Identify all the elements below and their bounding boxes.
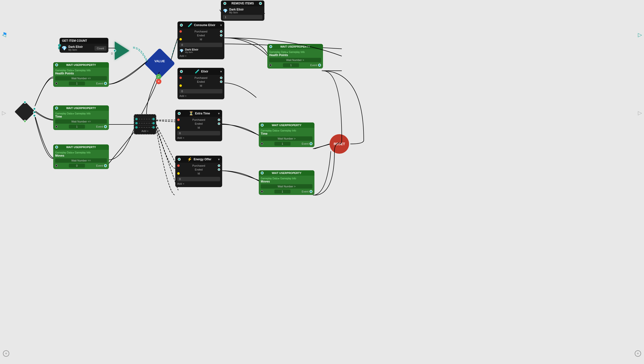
wait-up-1-node: WAIT USERPROPERTY Gameplay Data ▸ Gamepl… [267,44,323,68]
zoom-add-left[interactable]: + [3,350,9,357]
get-item-port-left [58,44,61,47]
consume-elixir-header: 🧪 Consume Elixir ▾ [178,22,224,28]
wait-left-2-title: WAIT USERPROPERTY [66,106,96,110]
flag-icon: ⚑ [3,31,7,38]
middle-connector-node: Add + [134,114,156,134]
wait-left-1-port-in [55,64,58,66]
extra-time-purchased-label: Purchased [192,118,205,121]
remove-items-header: REMOVE ITEMS [221,0,264,6]
wait-up-2-breadcrumb: Gameplay Data ▸ Gameplay Info [261,129,312,132]
reset-label: RESET [334,142,345,146]
wait-up-2-value-field: 1 [274,142,291,146]
diamond-port-bottom: + [24,120,26,123]
extra-time-add[interactable]: Add + [177,136,220,139]
zoom-add-right[interactable]: + [635,350,641,357]
wait-up-3-event-label: Event [302,190,309,193]
wait-left-1-prop: Health Points [55,72,107,75]
consume-elixir-item-icon: 💎 [179,49,184,53]
value-label: VALUE [148,59,172,63]
wait-left-1-title: WAIT USERPROPERTY [66,64,96,66]
energy-offer-title: Energy Offer [194,158,211,161]
extra-time-icon: ⏳ [189,111,194,116]
energy-offer-purchased-row: Purchased [175,164,222,168]
wait-up-1-prop: Health Points [269,54,321,57]
energy-offer-id-label: Id [198,172,200,175]
energy-offer-add[interactable]: Add + [177,182,220,185]
wait-up-1-breadcrumb: Gameplay Data ▸ Gameplay Info [269,51,321,54]
remove-items-icon: 💎 [223,8,228,13]
value-diamond-node: VALUE ✓ ✕ [148,52,172,77]
extra-time-expand[interactable]: ▾ [218,112,220,116]
wait-up-2-prop: Time [261,132,312,136]
consume-elixir-purchased-port [220,30,222,33]
consume-elixir-item-label: Dark Elixir [185,48,198,51]
get-item-count-title: GET ITEM COUNT [62,39,87,42]
extra-time-value-field: 0 [177,131,220,136]
diamond-port-top [24,101,26,104]
energy-offer-node: ⚡ Energy Offer ▾ Purchased Ended Id 0 Ad… [175,156,222,187]
dark-elixir-icon: 💎 [62,46,67,51]
remove-items-value-field: 1 [223,15,262,19]
connector-add[interactable]: Add + [135,130,155,132]
consume-elixir-id-label: Id [200,38,202,41]
wait-left-1-value-field: 1 [69,82,85,86]
wait-up-3-prop: Moves [261,180,312,183]
extra-time-purchased-row: Purchased [175,118,222,122]
elixir-ended-row: Ended [178,80,224,84]
connector-port-in-3 [135,125,155,128]
elixir-ended-port [220,80,222,83]
elixir-add[interactable]: Add + [179,94,222,97]
energy-offer-expand[interactable]: ▾ [218,157,220,161]
energy-offer-ended-label: Ended [195,168,203,171]
energy-offer-icon: ⚡ [187,157,192,162]
energy-offer-header: ⚡ Energy Offer ▾ [175,156,222,163]
wait-up-3-title: WAIT USERPROPERTY [272,172,302,174]
wait-up-1-title: WAIT USERPROPERTY [280,45,310,48]
extra-time-ended-label: Ended [195,122,203,125]
consume-elixir-icon: 🧪 [188,23,193,27]
remove-items-sub: My Item [229,11,244,14]
elixir-expand[interactable]: ▾ [220,70,222,74]
wait-up-3-event-port [310,190,312,193]
extra-time-node: ⏳ Extra Time ▾ Purchased Ended Id 0 Add … [175,110,222,141]
energy-offer-ended-row: Ended [175,168,222,172]
wait-up-2-node: WAIT USERPROPERTY Gameplay Data ▸ Gamepl… [259,122,314,147]
elixir-value-field: 0 [179,89,222,94]
extra-time-title: Extra Time [195,112,210,115]
reset-node[interactable]: RESET [330,134,349,154]
wait-left-1-port-bottom [55,82,58,85]
connector-port-in-1 [135,117,155,120]
extra-time-header: ⏳ Extra Time ▾ [175,110,222,117]
wait-left-3-port-in [55,146,58,148]
wait-left-2-breadcrumb: Gameplay Data ▸ Gameplay Info [55,112,107,115]
wait-left-3-value-field: 0 [69,164,85,168]
wait-up-3-value-field: 1 [274,190,291,194]
play-button-node[interactable] [115,42,129,60]
get-item-count-field: Count [95,46,107,51]
diamond-port-right-3 [33,114,36,117]
elixir-title: Elixir [201,70,208,73]
nav-arrow-right-top[interactable]: ▷ [638,32,642,38]
wait-left-2-port-bottom [55,126,58,128]
consume-elixir-id-row: Id [178,37,224,41]
reset-button[interactable]: RESET [330,134,349,154]
energy-offer-value-field: 0 [177,177,220,181]
wait-left-3-prop: Moves [55,154,107,157]
wait-left-3-port-bottom [55,164,58,167]
remove-items-node: REMOVE ITEMS 💎 Dark Elixir My Item 1 [221,0,264,21]
wait-left-3-node: WAIT USERPROPERTY Gameplay Data ▸ Gamepl… [53,144,109,169]
wait-up-3-port-in [261,172,264,174]
wait-left-2-node: WAIT USERPROPERTY Gameplay Data ▸ Gamepl… [53,106,109,130]
wait-up-2-event-port [310,142,312,145]
consume-elixir-add[interactable]: Add + [179,54,222,57]
get-item-sub: My Item [68,48,83,51]
consume-elixir-expand[interactable]: ▾ [220,23,222,27]
nav-arrow-right-mid[interactable]: ▷ [638,110,642,116]
elixir-id-label: Id [200,84,202,87]
consume-elixir-port-in [180,24,183,26]
energy-offer-ended-port [218,168,220,171]
elixir-icon: 🧪 [195,69,200,74]
nav-arrow-left-mid[interactable]: ▷ [2,110,6,116]
wait-left-1-wait-field: Wait Number <= [55,76,107,80]
consume-elixir-ended-label: Ended [197,34,205,37]
